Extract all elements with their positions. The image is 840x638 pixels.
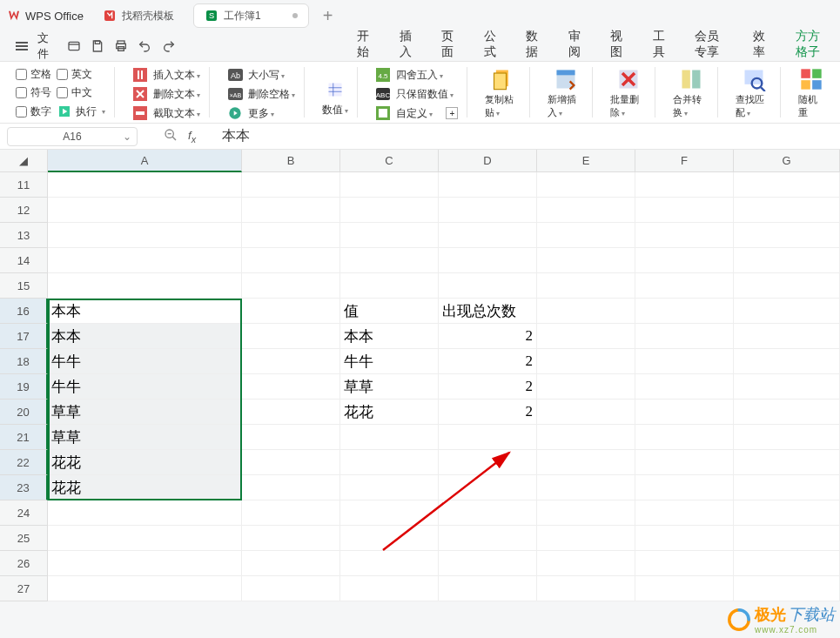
cell[interactable]	[48, 223, 242, 248]
case-button[interactable]: 大小写	[248, 68, 285, 83]
row-header[interactable]: 19	[0, 374, 48, 400]
cell[interactable]	[242, 273, 340, 299]
check-chinese[interactable]: 中文	[57, 85, 92, 100]
col-header-A[interactable]: A	[48, 150, 242, 172]
cell[interactable]	[635, 526, 734, 551]
cell-C19[interactable]: 草草	[340, 374, 439, 400]
round-button[interactable]: 四舍五入	[396, 68, 443, 83]
copy-paste-group[interactable]: 复制粘贴	[476, 67, 530, 118]
cell-A18[interactable]: 牛牛	[48, 349, 242, 374]
cell[interactable]	[242, 400, 340, 425]
cell-C17[interactable]: 本本	[340, 324, 439, 349]
check-number[interactable]: 数字	[16, 104, 51, 119]
cell[interactable]	[340, 223, 439, 248]
cell[interactable]	[734, 223, 840, 248]
cell[interactable]	[635, 551, 734, 576]
row-header[interactable]: 22	[0, 450, 48, 475]
cell[interactable]	[635, 425, 734, 450]
fx-icon[interactable]: fx	[188, 129, 196, 144]
cell[interactable]	[537, 374, 635, 400]
check-symbol[interactable]: 符号	[16, 85, 51, 100]
cell[interactable]	[340, 551, 439, 576]
cell[interactable]	[537, 450, 635, 475]
cell[interactable]	[340, 450, 439, 475]
cell[interactable]	[242, 172, 340, 198]
print-icon[interactable]	[112, 35, 131, 57]
row-header[interactable]: 24	[0, 500, 48, 526]
cell[interactable]	[48, 273, 242, 299]
cell-D18[interactable]: 2	[439, 349, 537, 374]
col-header-C[interactable]: C	[340, 150, 439, 172]
spreadsheet[interactable]: ◢ A B C D E F G 11 12 13 14 15 16 本本 值 出…	[0, 150, 840, 601]
more-button[interactable]: 更多	[248, 106, 274, 121]
cell[interactable]	[48, 576, 242, 601]
cell[interactable]	[635, 172, 734, 198]
cell[interactable]	[537, 349, 635, 374]
cell-A23[interactable]: 花花	[48, 475, 242, 500]
row-header[interactable]: 15	[0, 273, 48, 299]
exec-button[interactable]: 执行	[57, 104, 105, 119]
file-menu[interactable]: 文件	[37, 30, 56, 62]
cell[interactable]	[537, 172, 635, 198]
col-header-D[interactable]: D	[439, 150, 537, 172]
cell[interactable]	[242, 450, 340, 475]
cell[interactable]	[537, 198, 635, 223]
tab-vip[interactable]: 会员专享	[695, 29, 727, 64]
cell[interactable]	[242, 374, 340, 400]
insert-text-button[interactable]: 插入文本	[153, 68, 200, 83]
row-header[interactable]: 27	[0, 576, 48, 601]
cell[interactable]	[340, 526, 439, 551]
cell-D20[interactable]: 2	[439, 400, 537, 425]
cell[interactable]	[734, 526, 840, 551]
cancel-icon[interactable]	[164, 128, 178, 144]
cell[interactable]	[734, 475, 840, 500]
new-insert-group[interactable]: 新增插入	[539, 67, 593, 118]
name-box[interactable]: A16	[7, 127, 138, 146]
tab-formula[interactable]: 公式	[484, 29, 501, 64]
cell[interactable]	[635, 324, 734, 349]
keepnum-button[interactable]: 只保留数值	[396, 87, 454, 102]
cell[interactable]	[439, 450, 537, 475]
row-header[interactable]: 13	[0, 223, 48, 248]
cell-C16[interactable]: 值	[340, 299, 439, 324]
cell[interactable]	[734, 299, 840, 324]
cell[interactable]	[537, 324, 635, 349]
find-group[interactable]: 查找匹配	[727, 67, 781, 118]
cell[interactable]	[734, 324, 840, 349]
workbook-tab[interactable]: S 工作簿1	[193, 3, 309, 28]
cell[interactable]	[635, 223, 734, 248]
col-header-G[interactable]: G	[734, 150, 840, 172]
cell[interactable]	[734, 400, 840, 425]
new-tab-button[interactable]: +	[318, 6, 339, 26]
cell[interactable]	[537, 223, 635, 248]
cell[interactable]	[340, 248, 439, 273]
cell[interactable]	[242, 223, 340, 248]
cell-A19[interactable]: 牛牛	[48, 374, 242, 400]
cell[interactable]	[734, 450, 840, 475]
cell[interactable]	[537, 400, 635, 425]
row-header[interactable]: 26	[0, 551, 48, 576]
cell[interactable]	[635, 576, 734, 601]
cell[interactable]	[734, 248, 840, 273]
cell[interactable]	[242, 324, 340, 349]
custom-button[interactable]: 自定义	[396, 106, 433, 121]
cell[interactable]	[439, 425, 537, 450]
cell[interactable]	[635, 500, 734, 526]
row-header[interactable]: 14	[0, 248, 48, 273]
cell[interactable]	[635, 349, 734, 374]
hamburger-icon[interactable]	[12, 35, 30, 57]
cell[interactable]	[48, 551, 242, 576]
cell[interactable]	[734, 374, 840, 400]
cell[interactable]	[340, 425, 439, 450]
cell[interactable]	[635, 475, 734, 500]
cell-D19[interactable]: 2	[439, 374, 537, 400]
cell[interactable]	[439, 475, 537, 500]
col-header-E[interactable]: E	[537, 150, 635, 172]
cell[interactable]	[734, 551, 840, 576]
cell[interactable]	[439, 248, 537, 273]
cell[interactable]	[439, 526, 537, 551]
tab-tools[interactable]: 工具	[653, 29, 669, 64]
row-header[interactable]: 25	[0, 526, 48, 551]
cell[interactable]	[340, 172, 439, 198]
template-tab[interactable]: 找稻壳模板	[92, 3, 185, 28]
